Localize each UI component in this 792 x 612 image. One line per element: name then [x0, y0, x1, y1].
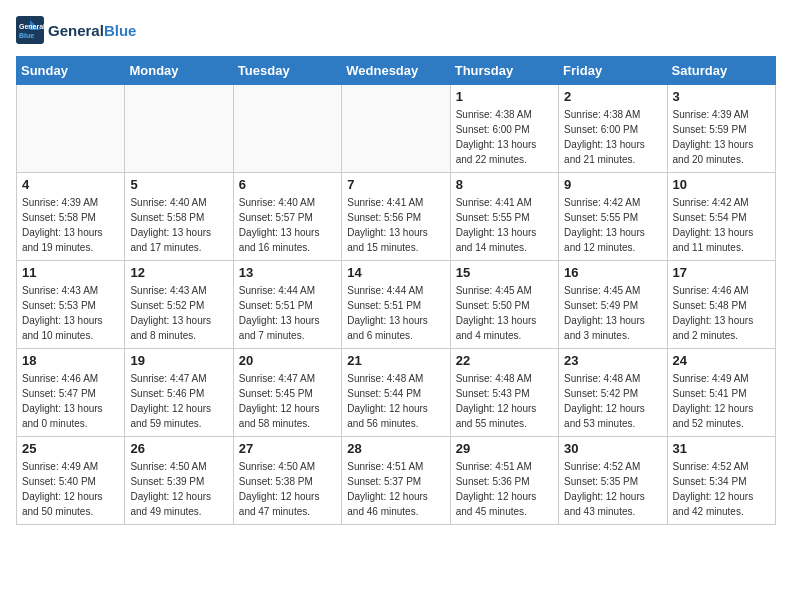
day-number: 17 — [673, 265, 770, 280]
calendar-cell: 5Sunrise: 4:40 AM Sunset: 5:58 PM Daylig… — [125, 173, 233, 261]
day-number: 25 — [22, 441, 119, 456]
week-row-4: 18Sunrise: 4:46 AM Sunset: 5:47 PM Dayli… — [17, 349, 776, 437]
day-info: Sunrise: 4:42 AM Sunset: 5:54 PM Dayligh… — [673, 195, 770, 255]
day-info: Sunrise: 4:44 AM Sunset: 5:51 PM Dayligh… — [239, 283, 336, 343]
day-number: 28 — [347, 441, 444, 456]
day-number: 18 — [22, 353, 119, 368]
day-number: 3 — [673, 89, 770, 104]
logo-text: GeneralBlue — [48, 22, 136, 39]
day-info: Sunrise: 4:39 AM Sunset: 5:58 PM Dayligh… — [22, 195, 119, 255]
calendar-cell: 4Sunrise: 4:39 AM Sunset: 5:58 PM Daylig… — [17, 173, 125, 261]
logo-icon: General Blue — [16, 16, 44, 44]
day-info: Sunrise: 4:51 AM Sunset: 5:37 PM Dayligh… — [347, 459, 444, 519]
week-row-5: 25Sunrise: 4:49 AM Sunset: 5:40 PM Dayli… — [17, 437, 776, 525]
calendar-cell: 2Sunrise: 4:38 AM Sunset: 6:00 PM Daylig… — [559, 85, 667, 173]
svg-text:Blue: Blue — [19, 32, 34, 39]
day-number: 15 — [456, 265, 553, 280]
calendar-cell: 21Sunrise: 4:48 AM Sunset: 5:44 PM Dayli… — [342, 349, 450, 437]
day-info: Sunrise: 4:50 AM Sunset: 5:39 PM Dayligh… — [130, 459, 227, 519]
calendar-header-row: SundayMondayTuesdayWednesdayThursdayFrid… — [17, 57, 776, 85]
calendar: SundayMondayTuesdayWednesdayThursdayFrid… — [16, 56, 776, 525]
calendar-cell — [17, 85, 125, 173]
day-info: Sunrise: 4:46 AM Sunset: 5:47 PM Dayligh… — [22, 371, 119, 431]
day-info: Sunrise: 4:51 AM Sunset: 5:36 PM Dayligh… — [456, 459, 553, 519]
calendar-cell: 22Sunrise: 4:48 AM Sunset: 5:43 PM Dayli… — [450, 349, 558, 437]
day-number: 10 — [673, 177, 770, 192]
day-number: 16 — [564, 265, 661, 280]
calendar-cell: 9Sunrise: 4:42 AM Sunset: 5:55 PM Daylig… — [559, 173, 667, 261]
day-info: Sunrise: 4:52 AM Sunset: 5:35 PM Dayligh… — [564, 459, 661, 519]
calendar-cell: 20Sunrise: 4:47 AM Sunset: 5:45 PM Dayli… — [233, 349, 341, 437]
day-info: Sunrise: 4:45 AM Sunset: 5:50 PM Dayligh… — [456, 283, 553, 343]
calendar-cell: 6Sunrise: 4:40 AM Sunset: 5:57 PM Daylig… — [233, 173, 341, 261]
calendar-cell: 7Sunrise: 4:41 AM Sunset: 5:56 PM Daylig… — [342, 173, 450, 261]
header-thursday: Thursday — [450, 57, 558, 85]
calendar-cell: 14Sunrise: 4:44 AM Sunset: 5:51 PM Dayli… — [342, 261, 450, 349]
logo: General Blue GeneralBlue — [16, 16, 136, 44]
day-number: 29 — [456, 441, 553, 456]
calendar-cell: 8Sunrise: 4:41 AM Sunset: 5:55 PM Daylig… — [450, 173, 558, 261]
day-info: Sunrise: 4:47 AM Sunset: 5:45 PM Dayligh… — [239, 371, 336, 431]
day-number: 12 — [130, 265, 227, 280]
day-number: 21 — [347, 353, 444, 368]
day-info: Sunrise: 4:40 AM Sunset: 5:58 PM Dayligh… — [130, 195, 227, 255]
day-info: Sunrise: 4:44 AM Sunset: 5:51 PM Dayligh… — [347, 283, 444, 343]
calendar-cell: 3Sunrise: 4:39 AM Sunset: 5:59 PM Daylig… — [667, 85, 775, 173]
day-number: 19 — [130, 353, 227, 368]
day-number: 20 — [239, 353, 336, 368]
week-row-3: 11Sunrise: 4:43 AM Sunset: 5:53 PM Dayli… — [17, 261, 776, 349]
week-row-2: 4Sunrise: 4:39 AM Sunset: 5:58 PM Daylig… — [17, 173, 776, 261]
header-monday: Monday — [125, 57, 233, 85]
day-number: 6 — [239, 177, 336, 192]
calendar-cell: 31Sunrise: 4:52 AM Sunset: 5:34 PM Dayli… — [667, 437, 775, 525]
calendar-cell — [125, 85, 233, 173]
day-info: Sunrise: 4:48 AM Sunset: 5:42 PM Dayligh… — [564, 371, 661, 431]
calendar-cell: 23Sunrise: 4:48 AM Sunset: 5:42 PM Dayli… — [559, 349, 667, 437]
day-number: 24 — [673, 353, 770, 368]
day-info: Sunrise: 4:47 AM Sunset: 5:46 PM Dayligh… — [130, 371, 227, 431]
calendar-cell: 16Sunrise: 4:45 AM Sunset: 5:49 PM Dayli… — [559, 261, 667, 349]
day-info: Sunrise: 4:43 AM Sunset: 5:52 PM Dayligh… — [130, 283, 227, 343]
calendar-cell: 18Sunrise: 4:46 AM Sunset: 5:47 PM Dayli… — [17, 349, 125, 437]
header-friday: Friday — [559, 57, 667, 85]
calendar-cell: 30Sunrise: 4:52 AM Sunset: 5:35 PM Dayli… — [559, 437, 667, 525]
calendar-cell — [342, 85, 450, 173]
calendar-cell: 12Sunrise: 4:43 AM Sunset: 5:52 PM Dayli… — [125, 261, 233, 349]
calendar-cell: 17Sunrise: 4:46 AM Sunset: 5:48 PM Dayli… — [667, 261, 775, 349]
day-info: Sunrise: 4:43 AM Sunset: 5:53 PM Dayligh… — [22, 283, 119, 343]
day-number: 13 — [239, 265, 336, 280]
day-info: Sunrise: 4:52 AM Sunset: 5:34 PM Dayligh… — [673, 459, 770, 519]
day-number: 23 — [564, 353, 661, 368]
day-number: 27 — [239, 441, 336, 456]
calendar-cell: 19Sunrise: 4:47 AM Sunset: 5:46 PM Dayli… — [125, 349, 233, 437]
day-number: 31 — [673, 441, 770, 456]
calendar-cell: 26Sunrise: 4:50 AM Sunset: 5:39 PM Dayli… — [125, 437, 233, 525]
day-info: Sunrise: 4:42 AM Sunset: 5:55 PM Dayligh… — [564, 195, 661, 255]
day-info: Sunrise: 4:40 AM Sunset: 5:57 PM Dayligh… — [239, 195, 336, 255]
day-info: Sunrise: 4:39 AM Sunset: 5:59 PM Dayligh… — [673, 107, 770, 167]
calendar-cell: 11Sunrise: 4:43 AM Sunset: 5:53 PM Dayli… — [17, 261, 125, 349]
day-info: Sunrise: 4:49 AM Sunset: 5:41 PM Dayligh… — [673, 371, 770, 431]
calendar-cell: 10Sunrise: 4:42 AM Sunset: 5:54 PM Dayli… — [667, 173, 775, 261]
day-info: Sunrise: 4:38 AM Sunset: 6:00 PM Dayligh… — [564, 107, 661, 167]
day-number: 26 — [130, 441, 227, 456]
calendar-cell: 27Sunrise: 4:50 AM Sunset: 5:38 PM Dayli… — [233, 437, 341, 525]
day-info: Sunrise: 4:38 AM Sunset: 6:00 PM Dayligh… — [456, 107, 553, 167]
header-wednesday: Wednesday — [342, 57, 450, 85]
day-info: Sunrise: 4:41 AM Sunset: 5:56 PM Dayligh… — [347, 195, 444, 255]
day-info: Sunrise: 4:46 AM Sunset: 5:48 PM Dayligh… — [673, 283, 770, 343]
calendar-cell: 28Sunrise: 4:51 AM Sunset: 5:37 PM Dayli… — [342, 437, 450, 525]
calendar-cell: 24Sunrise: 4:49 AM Sunset: 5:41 PM Dayli… — [667, 349, 775, 437]
calendar-cell: 29Sunrise: 4:51 AM Sunset: 5:36 PM Dayli… — [450, 437, 558, 525]
week-row-1: 1Sunrise: 4:38 AM Sunset: 6:00 PM Daylig… — [17, 85, 776, 173]
day-info: Sunrise: 4:49 AM Sunset: 5:40 PM Dayligh… — [22, 459, 119, 519]
day-number: 22 — [456, 353, 553, 368]
calendar-cell: 15Sunrise: 4:45 AM Sunset: 5:50 PM Dayli… — [450, 261, 558, 349]
day-number: 30 — [564, 441, 661, 456]
page-header: General Blue GeneralBlue — [16, 16, 776, 44]
day-info: Sunrise: 4:45 AM Sunset: 5:49 PM Dayligh… — [564, 283, 661, 343]
header-saturday: Saturday — [667, 57, 775, 85]
day-info: Sunrise: 4:48 AM Sunset: 5:44 PM Dayligh… — [347, 371, 444, 431]
calendar-cell: 25Sunrise: 4:49 AM Sunset: 5:40 PM Dayli… — [17, 437, 125, 525]
calendar-cell: 1Sunrise: 4:38 AM Sunset: 6:00 PM Daylig… — [450, 85, 558, 173]
